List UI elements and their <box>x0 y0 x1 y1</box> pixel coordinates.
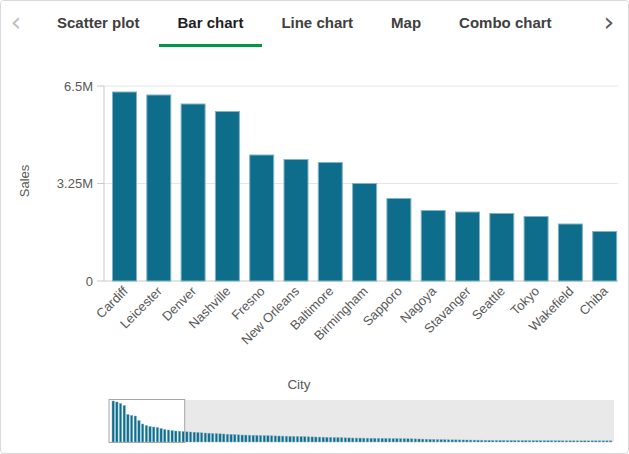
navigator-mini-bar <box>410 439 412 442</box>
navigator-mini-bar <box>576 441 578 442</box>
navigator-mini-bar <box>569 441 571 442</box>
navigator-mini-bar <box>340 438 342 442</box>
bar-fresno[interactable] <box>250 155 274 281</box>
bar-nagoya[interactable] <box>421 211 445 282</box>
bar-leicester[interactable] <box>147 95 171 281</box>
navigator-mini-bar <box>447 440 449 442</box>
navigator-mini-bar <box>296 437 298 443</box>
navigator-mini-bar <box>433 439 435 442</box>
navigator-mini-bar <box>326 437 328 442</box>
navigator-mini-bar <box>200 433 202 442</box>
tab-line-chart[interactable]: Line chart <box>262 1 372 47</box>
navigator-mini-bar <box>473 440 475 442</box>
navigator-mini-bar <box>451 440 453 442</box>
x-tick-label: Chiba <box>576 283 611 318</box>
navigator-mini-bar <box>127 415 129 443</box>
navigator-mini-bar <box>488 440 490 442</box>
navigator-mini-bar <box>425 439 427 442</box>
navigator-mini-bar <box>153 427 155 442</box>
navigator-mini-bar <box>458 440 460 442</box>
bar-tokyo[interactable] <box>524 217 548 282</box>
navigator-mini-bar <box>602 441 604 442</box>
navigator-mini-bar <box>270 436 272 442</box>
tab-bar-chart[interactable]: Bar chart <box>159 1 263 47</box>
navigator-mini-bar <box>223 434 225 442</box>
tab-bar: ‹ Scatter plotBar chartLine chartMapComb… <box>1 1 628 47</box>
bar-cardiff[interactable] <box>113 92 137 281</box>
navigator-mini-bar <box>337 438 339 442</box>
navigator-mini-bar <box>562 441 564 442</box>
navigator-mini-bar <box>230 434 232 442</box>
navigator-mini-bar <box>186 432 188 442</box>
bar-seattle[interactable] <box>490 214 514 282</box>
navigator-mini-bar <box>245 435 247 442</box>
bar-nashville[interactable] <box>215 112 239 282</box>
navigator-mini-bar <box>403 439 405 442</box>
navigator-mini-bar <box>492 440 494 442</box>
navigator-mini-bar <box>481 440 483 442</box>
navigator-mini-bar <box>241 435 243 442</box>
bar-sapporo[interactable] <box>387 199 411 282</box>
navigator-mini-bar <box>278 436 280 442</box>
navigator-mini-bar <box>112 401 114 442</box>
navigator-mini-bar <box>134 416 136 442</box>
tab-map[interactable]: Map <box>372 1 440 47</box>
navigator-mini-bar <box>606 441 608 442</box>
navigator-mini-bar <box>477 440 479 442</box>
navigator-mini-bar <box>495 440 497 442</box>
navigator-mini-bar <box>528 441 530 442</box>
bar-stavanger[interactable] <box>456 212 480 281</box>
navigator-mini-bar <box>189 432 191 442</box>
navigator-mini-bar <box>532 441 534 442</box>
navigator-mini-bar <box>359 438 361 442</box>
tab-combo-chart[interactable]: Combo chart <box>440 1 571 47</box>
navigator-mini-bar <box>289 436 291 442</box>
navigator-mini-bar <box>234 435 236 442</box>
navigator-mini-bar <box>429 439 431 442</box>
navigator-mini-bar <box>208 433 210 442</box>
navigator-mini-bar <box>385 438 387 442</box>
navigator-mini-bar <box>543 441 545 442</box>
y-tick-label: 3.25M <box>57 176 93 191</box>
bar-wakefield[interactable] <box>558 224 582 281</box>
bar-birmingham[interactable] <box>353 184 377 282</box>
navigator-mini-bar <box>274 436 276 442</box>
navigator-mini-bar <box>311 437 313 442</box>
navigator-mini-bar <box>160 429 162 443</box>
navigator-mini-bar <box>256 435 258 442</box>
navigator-mini-bar <box>237 435 239 442</box>
navigator-mini-bar <box>315 437 317 442</box>
navigator-mini-bar <box>609 441 611 442</box>
navigator-mini-bar <box>167 430 169 442</box>
chart-scroll-navigator[interactable] <box>1 394 629 452</box>
bar-baltimore[interactable] <box>318 163 342 282</box>
navigator-mini-bar <box>252 435 254 442</box>
tabs-scroll-right-button[interactable]: › <box>596 5 622 39</box>
navigator-mini-bar <box>141 424 143 442</box>
navigator-mini-bar <box>551 441 553 442</box>
navigator-mini-bar <box>525 441 527 442</box>
navigator-mini-bar <box>145 426 147 443</box>
navigator-mini-bar <box>536 441 538 442</box>
navigator-mini-bar <box>219 434 221 442</box>
navigator-mini-bar <box>164 430 166 443</box>
y-tick-label: 6.5M <box>64 79 93 94</box>
navigator-mini-bar <box>267 436 269 442</box>
tab-scatter-plot[interactable]: Scatter plot <box>38 1 159 47</box>
navigator-mini-bar <box>399 439 401 442</box>
bar-new-orleans[interactable] <box>284 160 308 282</box>
navigator-mini-bar <box>263 436 265 442</box>
navigator-mini-bar <box>499 440 501 442</box>
tabs-scroll-left-button[interactable]: ‹ <box>3 5 29 39</box>
navigator-mini-bar <box>344 438 346 442</box>
navigator-mini-bar <box>517 441 519 442</box>
navigator-mini-bar <box>130 416 132 443</box>
navigator-mini-bar <box>215 434 217 442</box>
bar-denver[interactable] <box>181 104 205 281</box>
bar-chart[interactable]: 03.25M6.5MSalesCardiffLeicesterDenverNas… <box>1 47 629 377</box>
navigator-mini-bar <box>584 441 586 442</box>
bar-chiba[interactable] <box>593 232 617 282</box>
navigator-mini-bar <box>407 439 409 442</box>
navigator-mini-bar <box>422 439 424 442</box>
navigator-mini-bar <box>182 432 184 443</box>
